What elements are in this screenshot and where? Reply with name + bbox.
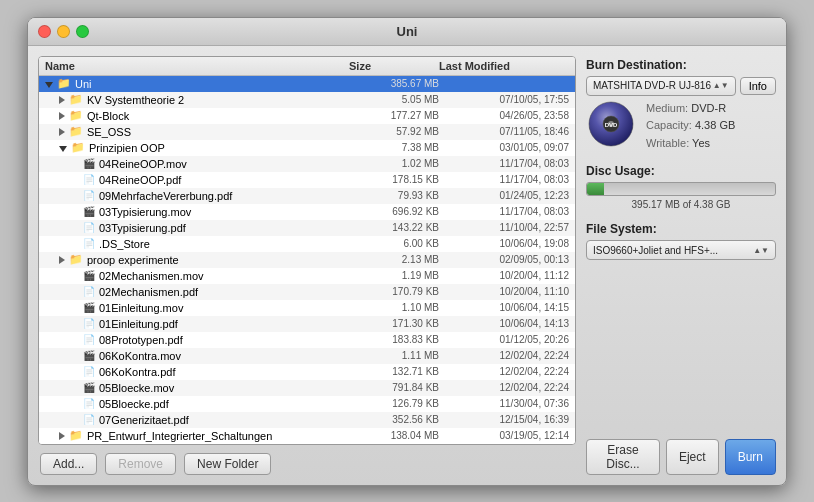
file-name-cell: 📄07Generizitaet.pdf bbox=[45, 414, 349, 426]
file-name-text: SE_OSS bbox=[87, 126, 131, 138]
minimize-button[interactable] bbox=[57, 25, 70, 38]
table-row[interactable]: 📁SE_OSS57.92 MB07/11/05, 18:46 bbox=[39, 124, 575, 140]
movie-icon: 🎬 bbox=[83, 382, 95, 393]
col-modified[interactable]: Last Modified bbox=[439, 60, 569, 72]
new-folder-button[interactable]: New Folder bbox=[184, 453, 271, 475]
close-button[interactable] bbox=[38, 25, 51, 38]
eject-button[interactable]: Eject bbox=[666, 439, 719, 475]
file-date-cell: 03/01/05, 09:07 bbox=[439, 142, 569, 153]
table-row[interactable]: 📄05Bloecke.pdf126.79 KB11/30/04, 07:36 bbox=[39, 396, 575, 412]
file-name-cell: 🎬06KoKontra.mov bbox=[45, 350, 349, 362]
device-select[interactable]: MATSHITA DVD-R UJ-816 ▲▼ bbox=[586, 76, 736, 96]
erase-disc-button[interactable]: Erase Disc... bbox=[586, 439, 660, 475]
table-row[interactable]: 🎬02Mechanismen.mov1.19 MB10/20/04, 11:12 bbox=[39, 268, 575, 284]
table-row[interactable]: 📄08Prototypen.pdf183.83 KB01/12/05, 20:2… bbox=[39, 332, 575, 348]
table-row[interactable]: 📁Qt-Block177.27 MB04/26/05, 23:58 bbox=[39, 108, 575, 124]
table-row[interactable]: 📄02Mechanismen.pdf170.79 KB10/20/04, 11:… bbox=[39, 284, 575, 300]
file-size-cell: 177.27 MB bbox=[349, 110, 439, 121]
file-size-cell: 5.05 MB bbox=[349, 94, 439, 105]
disclosure-icon bbox=[73, 382, 81, 394]
col-name[interactable]: Name bbox=[45, 60, 349, 72]
add-button[interactable]: Add... bbox=[40, 453, 97, 475]
file-date-cell: 10/20/04, 11:12 bbox=[439, 270, 569, 281]
col-size[interactable]: Size bbox=[349, 60, 439, 72]
folder-icon: 📁 bbox=[69, 253, 83, 266]
filesystem-row: ISO9660+Joliet and HFS+... ▲▼ bbox=[586, 240, 776, 260]
burn-dest-row: MATSHITA DVD-R UJ-816 ▲▼ Info bbox=[586, 76, 776, 96]
disclosure-icon bbox=[73, 190, 81, 202]
table-row[interactable]: 📄01Einleitung.pdf171.30 KB10/06/04, 14:1… bbox=[39, 316, 575, 332]
file-list-container[interactable]: Name Size Last Modified 📁Uni385.67 MB📁KV… bbox=[38, 56, 576, 445]
pdf-icon: 📄 bbox=[83, 174, 95, 185]
file-name-cell: 📁SE_OSS bbox=[45, 125, 349, 138]
table-row[interactable]: 📁proop experimente2.13 MB02/09/05, 00:13 bbox=[39, 252, 575, 268]
disc-details: Medium: DVD-R Capacity: 4.38 GB Writable… bbox=[646, 100, 735, 153]
table-row[interactable]: 📁Uni385.67 MB bbox=[39, 76, 575, 92]
table-row[interactable]: 📄06KoKontra.pdf132.71 KB12/02/04, 22:24 bbox=[39, 364, 575, 380]
file-name-cell: 📁PR_Entwurf_Integrierter_Schaltungen bbox=[45, 429, 349, 442]
disclosure-icon bbox=[73, 174, 81, 186]
info-button[interactable]: Info bbox=[740, 77, 776, 95]
table-row[interactable]: 🎬04ReineOOP.mov1.02 MB11/17/04, 08:03 bbox=[39, 156, 575, 172]
file-name-cell: 🎬04ReineOOP.mov bbox=[45, 158, 349, 170]
table-row[interactable]: 🎬01Einleitung.mov1.10 MB10/06/04, 14:15 bbox=[39, 300, 575, 316]
medium-label: Medium: bbox=[646, 102, 688, 114]
capacity-label: Capacity: bbox=[646, 119, 692, 131]
table-row[interactable]: 🎬03Typisierung.mov696.92 KB11/17/04, 08:… bbox=[39, 204, 575, 220]
table-row[interactable]: 📄03Typisierung.pdf143.22 KB11/10/04, 22:… bbox=[39, 220, 575, 236]
pdf-icon: 📄 bbox=[83, 318, 95, 329]
pdf-icon: 📄 bbox=[83, 222, 95, 233]
table-row[interactable]: 📄09MehrfacheVererbung.pdf79.93 KB01/24/0… bbox=[39, 188, 575, 204]
file-system-section: File System: ISO9660+Joliet and HFS+... … bbox=[586, 222, 776, 260]
table-row[interactable]: 🎬06KoKontra.mov1.11 MB12/02/04, 22:24 bbox=[39, 348, 575, 364]
file-name-cell: 📄08Prototypen.pdf bbox=[45, 334, 349, 346]
file-name-text: 03Typisierung.mov bbox=[99, 206, 191, 218]
disclosure-icon bbox=[73, 366, 81, 378]
disclosure-icon bbox=[73, 270, 81, 282]
disclosure-icon bbox=[73, 238, 81, 250]
file-name-cell: 📄04ReineOOP.pdf bbox=[45, 174, 349, 186]
file-size-cell: 1.19 MB bbox=[349, 270, 439, 281]
disc-usage-bar bbox=[586, 182, 776, 196]
folder-icon: 📁 bbox=[69, 93, 83, 106]
file-date-cell: 12/15/04, 16:39 bbox=[439, 414, 569, 425]
table-row[interactable]: 📁KV Systemtheorie 25.05 MB07/10/05, 17:5… bbox=[39, 92, 575, 108]
filesystem-select[interactable]: ISO9660+Joliet and HFS+... ▲▼ bbox=[586, 240, 776, 260]
file-size-cell: 79.93 KB bbox=[349, 190, 439, 201]
file-name-text: 07Generizitaet.pdf bbox=[99, 414, 189, 426]
file-name-text: proop experimente bbox=[87, 254, 179, 266]
disclosure-icon bbox=[73, 222, 81, 234]
filesystem-arrow-icon: ▲▼ bbox=[753, 246, 769, 255]
file-name-text: Uni bbox=[75, 78, 92, 90]
dvd-icon: DVD bbox=[586, 100, 636, 150]
table-row[interactable]: 📄04ReineOOP.pdf178.15 KB11/17/04, 08:03 bbox=[39, 172, 575, 188]
file-name-cell: 📄05Bloecke.pdf bbox=[45, 398, 349, 410]
disclosure-icon bbox=[73, 206, 81, 218]
file-size-cell: 6.00 KB bbox=[349, 238, 439, 249]
svg-text:DVD: DVD bbox=[605, 122, 618, 128]
file-list-body[interactable]: 📁Uni385.67 MB📁KV Systemtheorie 25.05 MB0… bbox=[39, 76, 575, 444]
file-name-text: 09MehrfacheVererbung.pdf bbox=[99, 190, 232, 202]
disclosure-icon bbox=[45, 78, 55, 90]
table-row[interactable]: 🎬05Bloecke.mov791.84 KB12/02/04, 22:24 bbox=[39, 380, 575, 396]
folder-icon: 📁 bbox=[69, 429, 83, 442]
file-name-text: 04ReineOOP.pdf bbox=[99, 174, 181, 186]
disclosure-icon bbox=[59, 94, 67, 106]
table-row[interactable]: 📄.DS_Store6.00 KB10/06/04, 19:08 bbox=[39, 236, 575, 252]
disclosure-icon bbox=[73, 414, 81, 426]
burn-button[interactable]: Burn bbox=[725, 439, 776, 475]
table-row[interactable]: 📁Prinzipien OOP7.38 MB03/01/05, 09:07 bbox=[39, 140, 575, 156]
disclosure-icon bbox=[73, 334, 81, 346]
remove-button[interactable]: Remove bbox=[105, 453, 176, 475]
file-size-cell: 1.11 MB bbox=[349, 350, 439, 361]
file-date-cell: 10/20/04, 11:10 bbox=[439, 286, 569, 297]
maximize-button[interactable] bbox=[76, 25, 89, 38]
table-row[interactable]: 📁PR_Entwurf_Integrierter_Schaltungen138.… bbox=[39, 428, 575, 444]
movie-icon: 🎬 bbox=[83, 302, 95, 313]
file-name-cell: 🎬02Mechanismen.mov bbox=[45, 270, 349, 282]
file-name-text: KV Systemtheorie 2 bbox=[87, 94, 184, 106]
burn-dest-title: Burn Destination: bbox=[586, 58, 776, 72]
table-row[interactable]: 📄07Generizitaet.pdf352.56 KB12/15/04, 16… bbox=[39, 412, 575, 428]
folder-icon: 📁 bbox=[69, 125, 83, 138]
titlebar: Uni bbox=[28, 18, 786, 46]
